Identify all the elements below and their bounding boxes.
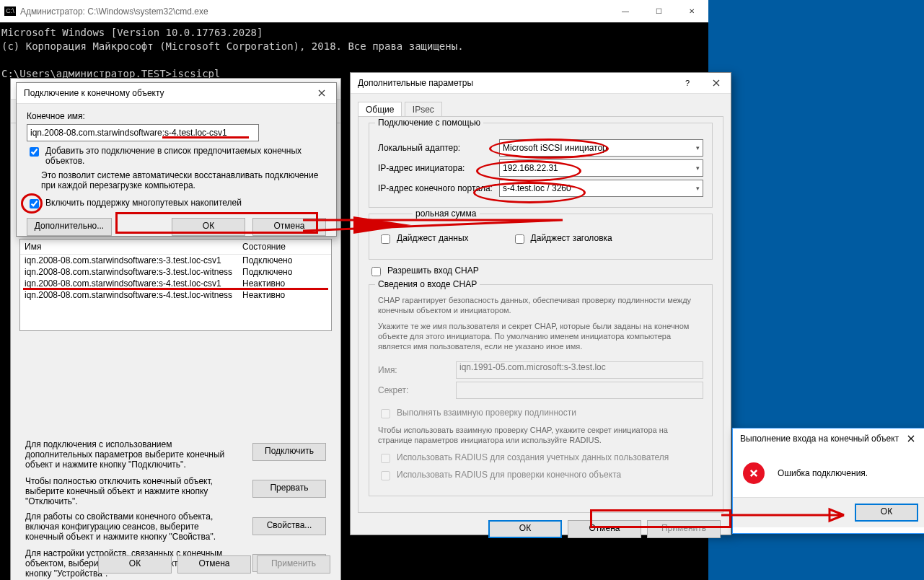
connect-using-group: Подключение с помощью Локальный адаптер:… — [369, 123, 713, 208]
minimize-button[interactable]: — — [609, 0, 642, 22]
cmd-titlebar: C:\ Администратор: C:\Windows\system32\c… — [0, 0, 708, 22]
chap-name-input: iqn.1991-05.com.microsoft:s-3.test.loc — [456, 361, 703, 379]
chap-secret-label: Секрет: — [378, 385, 450, 395]
favorite-checkbox-input[interactable] — [30, 147, 39, 157]
mpio-checkbox[interactable]: Включить поддержку многопутевых накопите… — [27, 198, 326, 211]
ok-button[interactable]: ОК — [855, 504, 918, 522]
mutual-auth-checkbox: Выполнять взаимную проверку подлинности — [378, 408, 703, 421]
help-text: Для работы со свойствами конечного объек… — [25, 511, 234, 542]
table-row[interactable]: iqn.2008-08.com.starwindsoftware:s-4.tes… — [20, 289, 331, 301]
close-icon[interactable] — [702, 73, 731, 93]
chap-info-group: Сведения о входе CHAP CHAP гарантирует б… — [369, 284, 713, 496]
disconnect-button[interactable]: Прервать — [252, 480, 326, 498]
cancel-button[interactable]: Отмена — [252, 218, 326, 236]
local-adapter-label: Локальный адаптер: — [378, 143, 493, 153]
target-name-label: Конечное имя: — [27, 111, 326, 121]
group-title: Подключение с помощью — [375, 118, 483, 128]
error-icon — [743, 462, 765, 484]
help-text: Чтобы полностью отключить конечный объек… — [25, 476, 234, 506]
data-digest-checkbox[interactable]: Дайджест данных — [378, 233, 469, 246]
mutual-hint: Чтобы использовать взаимную проверку CHA… — [378, 425, 703, 445]
ok-button[interactable]: ОК — [98, 555, 172, 574]
close-icon[interactable] — [901, 429, 921, 449]
portal-ip-label: IP-адрес конечного портала: — [378, 183, 493, 193]
advanced-title: Дополнительные параметры — [358, 78, 673, 88]
error-dialog: Выполнение входа на конечный объект Ошиб… — [732, 428, 924, 534]
cmd-icon: C:\ — [4, 6, 16, 16]
portal-ip-select[interactable]: s-4.test.loc / 3260▾ — [499, 180, 703, 197]
error-title: Выполнение входа на конечный объект — [740, 434, 901, 444]
favorite-checkbox[interactable]: Добавить это подключение в список предпо… — [27, 146, 326, 166]
connect-button[interactable]: Подключить — [252, 443, 326, 461]
header-digest-checkbox[interactable]: Дайджест заголовка — [512, 233, 612, 246]
group-title: Сведения о входе CHAP — [375, 279, 480, 289]
apply-button[interactable]: Применить — [257, 555, 330, 574]
ok-button[interactable]: ОК — [172, 218, 245, 236]
cancel-button[interactable]: Отмена — [177, 555, 251, 574]
close-icon[interactable] — [307, 83, 336, 103]
chap-secret-input — [456, 382, 703, 399]
radius-cred-checkbox: Использовать RADIUS для создания учетных… — [378, 452, 703, 465]
error-message: Ошибка подключения. — [778, 468, 868, 478]
chap-hint: Укажите те же имя пользователя и секрет … — [378, 321, 703, 351]
connect-target-dialog: Подключение к конечному объекту Конечное… — [16, 82, 337, 237]
initiator-ip-select[interactable]: 192.168.22.31▾ — [499, 159, 703, 177]
help-icon[interactable]: ? — [673, 73, 702, 93]
ok-button[interactable]: ОК — [488, 520, 562, 538]
close-button[interactable]: ✕ — [675, 0, 708, 22]
cmd-title: Администратор: C:\Windows\system32\cmd.e… — [20, 6, 208, 17]
help-text: Для подключения с использованием дополни… — [25, 439, 234, 470]
target-name-input[interactable]: iqn.2008-08.com.starwindsoftware:s-4.tes… — [27, 124, 259, 141]
chap-hint: CHAP гарантирует безопасность данных, об… — [378, 295, 703, 315]
advanced-settings-dialog: Дополнительные параметры ? Общие IPsec П… — [350, 72, 731, 535]
targets-list[interactable]: Имя Состояние iqn.2008-08.com.starwindso… — [19, 239, 332, 331]
tab-ipsec[interactable]: IPsec — [405, 102, 442, 117]
local-adapter-select[interactable]: Microsoft iSCSI инициатор▾ — [499, 139, 703, 157]
tab-general[interactable]: Общие — [358, 102, 402, 117]
connect-title: Подключение к конечному объекту — [24, 88, 307, 98]
table-row[interactable]: iqn.2008-08.com.starwindsoftware:s-3.tes… — [20, 255, 331, 266]
group-title: рольная сумма — [413, 208, 480, 219]
chap-name-label: Имя: — [378, 365, 450, 375]
advanced-button[interactable]: Дополнительно... — [27, 218, 112, 236]
properties-button[interactable]: Свойства... — [252, 517, 326, 535]
crc-group: рольная сумма Дайджест данных Дайджест з… — [369, 214, 713, 260]
table-row[interactable]: iqn.2008-08.com.starwindsoftware:s-3.tes… — [20, 266, 331, 278]
apply-button[interactable]: Применить — [647, 520, 721, 538]
favorite-hint: Это позволит системе автоматически восст… — [41, 170, 326, 190]
table-row[interactable]: iqn.2008-08.com.starwindsoftware:s-4.tes… — [20, 278, 331, 289]
radius-verify-checkbox: Использовать RADIUS для проверки конечно… — [378, 470, 703, 483]
mpio-checkbox-input[interactable] — [30, 199, 39, 208]
maximize-button[interactable]: ☐ — [642, 0, 675, 22]
initiator-ip-label: IP-адрес инициатора: — [378, 163, 493, 173]
cancel-button[interactable]: Отмена — [568, 520, 641, 538]
chap-enable-checkbox[interactable]: Разрешить вход CHAP — [369, 265, 713, 278]
